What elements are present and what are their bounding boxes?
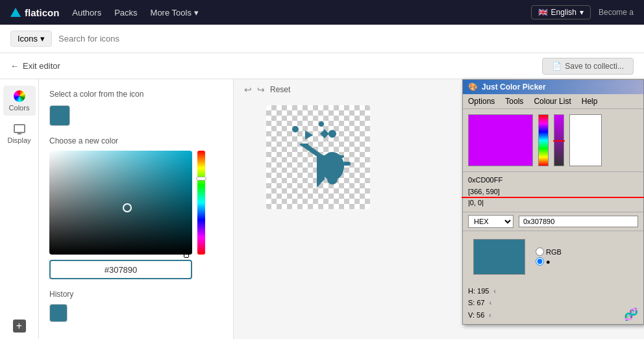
sidebar-item-colors[interactable]: Colors [3,86,36,116]
jcp-format-select[interactable]: HEX [468,215,514,228]
icon-canvas [266,105,370,209]
jcp-other-label: ● [546,258,551,266]
select-color-title: Select a color from the icon [49,90,223,99]
hue-slider[interactable] [197,151,205,255]
jcp-menu-colour-list[interactable]: Colour List [534,95,571,107]
nav-packs[interactable]: Packs [114,8,137,18]
display-label: Display [7,136,31,144]
history-color-swatch[interactable] [49,304,68,322]
palette-icon [13,90,26,103]
jcp-hue-marker [462,197,644,198]
save-icon: 📄 [552,62,562,71]
filter-icon-svg [286,118,351,195]
jcp-rgb-label: RGB [546,248,562,256]
svg-point-0 [292,126,299,132]
nav-more-tools[interactable]: More Tools ▾ [151,8,199,18]
language-button[interactable]: 🇬🇧 English ▾ [531,5,591,19]
top-navigation: flaticon Authors Packs More Tools ▾ 🇬🇧 E… [0,0,644,25]
jcp-titlebar: 🎨 Just Color Picker [463,80,643,94]
svg-point-7 [327,174,338,184]
main-content: Colors Display + Select a color from the… [0,79,644,339]
save-to-collection-button[interactable]: 📄 Save to collecti... [542,58,634,75]
just-color-picker-popup: 🎨 Just Color Picker Options Tools Colour… [462,79,644,325]
color-panel: Select a color from the icon Choose a ne… [39,79,234,339]
jcp-menu-options[interactable]: Options [468,95,495,107]
color-gradient-picker[interactable]: 🖱 [49,151,205,255]
jcp-brightness-bar[interactable] [569,114,602,166]
left-sidebar: Colors Display + [0,79,39,339]
become-link[interactable]: Become a [599,8,634,17]
undo-icon[interactable]: ↩ [244,84,252,95]
svg-marker-3 [305,131,313,140]
redo-icon[interactable]: ↪ [257,84,265,95]
jcp-origin-label: |0, 0| [468,197,638,209]
jcp-menu-tools[interactable]: Tools [505,95,523,107]
hex-color-input[interactable] [49,260,192,279]
jcp-v-chevron[interactable]: ‹ [489,312,491,319]
history-title: History [49,290,223,299]
search-input[interactable] [58,34,634,44]
reset-button[interactable]: Reset [270,85,290,94]
icon-svg [286,118,351,197]
jcp-hex-input[interactable] [519,216,638,227]
jcp-h-chevron[interactable]: ‹ [493,288,495,295]
jcp-saturation-marker [553,140,565,142]
hex-input-container [49,260,192,279]
exit-editor-label: Exit editor [23,61,60,71]
jcp-s-chevron[interactable]: ‹ [489,299,491,307]
jcp-bottom: RGB ● [463,231,643,282]
search-bar: Icons ▾ [0,25,644,53]
save-label: Save to collecti... [565,62,624,71]
jcp-radio-rgb[interactable]: RGB [536,247,562,256]
editor-bar: ← Exit editor 📄 Save to collecti... [0,53,644,79]
icon-preview-area: ↩ ↪ Reset [234,79,644,339]
hue-slider-thumb [196,177,206,181]
jcp-hsv-values: H: 195 ‹ S: 67 ‹ V: 56 ‹ [463,282,643,324]
back-arrow-icon: ← [10,61,19,71]
jcp-color-swatch [473,239,525,275]
jcp-radio-rgb-input[interactable] [536,247,544,256]
jcp-h-value: H: 195 ‹ [468,285,638,297]
dna-icon: 🧬 [624,307,638,321]
svg-marker-4 [320,129,329,138]
colors-label: Colors [9,104,30,112]
nav-right: 🇬🇧 English ▾ Become a [531,5,634,19]
add-button[interactable]: + [13,320,26,333]
sidebar-item-display[interactable]: Display [3,118,36,148]
jcp-format-row: HEX [463,212,643,231]
jcp-s-value: S: 67 ‹ [468,297,638,309]
jcp-color-display [468,114,533,166]
jcp-menubar: Options Tools Colour List Help [463,94,643,109]
color-gradient-dark [49,151,192,255]
selected-color-swatch[interactable] [49,105,70,126]
jcp-title: Just Color Picker [482,82,546,92]
choose-color-title: Choose a new color [49,136,223,145]
svg-rect-8 [343,162,351,166]
jcp-color-info: 0xCD00FF [366, 590] |0, 0| [463,171,643,212]
logo[interactable]: flaticon [10,7,59,18]
jcp-hex-label: 0xCD00FF [468,175,638,186]
svg-point-2 [328,130,336,138]
exit-editor-button[interactable]: ← Exit editor [10,61,60,71]
jcp-radio-other-input[interactable] [536,257,544,266]
jcp-v-value: V: 56 ‹ [468,309,638,321]
icons-dropdown[interactable]: Icons ▾ [10,31,52,47]
logo-triangle-icon [10,8,21,17]
jcp-emoji-icon: 🎨 [468,82,478,92]
nav-links: Authors Packs More Tools ▾ [72,8,198,18]
jcp-coords-label: [366, 590] [468,186,638,198]
jcp-hue-bar[interactable] [538,114,549,166]
svg-rect-6 [321,155,344,158]
jcp-saturation-bar[interactable] [554,114,564,166]
jcp-body [463,109,643,171]
jcp-menu-help[interactable]: Help [582,95,598,107]
jcp-radio-other[interactable]: ● [536,257,562,266]
jcp-radio-group: RGB ● [536,247,562,266]
display-icon [13,122,26,135]
logo-text: flaticon [25,7,59,18]
nav-authors[interactable]: Authors [72,8,101,18]
svg-point-1 [319,121,324,127]
